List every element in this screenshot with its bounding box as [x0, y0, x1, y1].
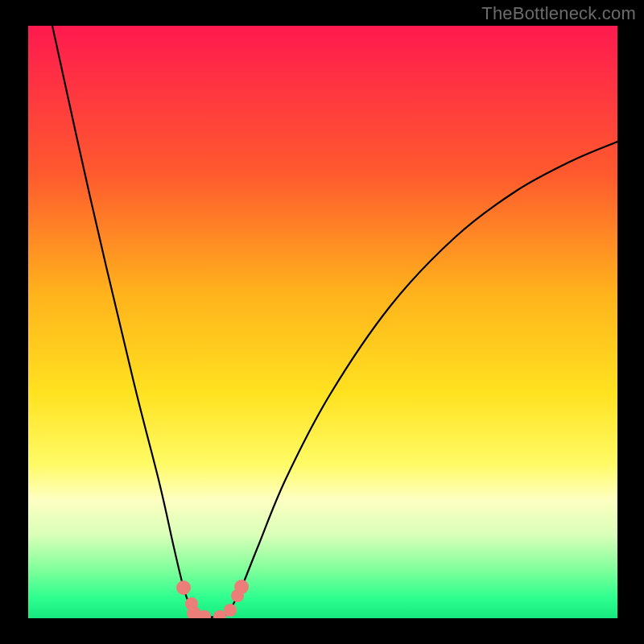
chart-svg: [0, 0, 644, 644]
curve-marker: [224, 604, 237, 617]
curve-marker: [198, 610, 211, 623]
gradient-background: [28, 26, 617, 618]
plot-area: [28, 26, 617, 623]
curve-marker: [234, 580, 249, 594]
curve-marker: [176, 580, 191, 595]
watermark-text: TheBottleneck.com: [481, 3, 636, 24]
chart-stage: TheBottleneck.com: [0, 0, 644, 644]
